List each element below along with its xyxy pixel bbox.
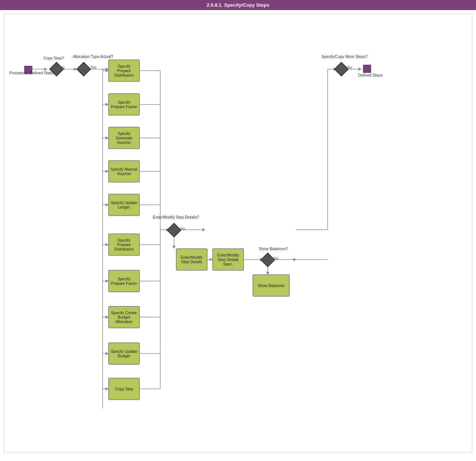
enter-modify-step-details-label: Enter/Modify Step Details <box>178 255 205 264</box>
copy-step-node: Copy Step <box>108 378 140 400</box>
specify-generate-voucher-box: Specify Generate Voucher <box>108 127 140 149</box>
specify-manual-voucher-box: Specify Manual Voucher <box>108 160 140 183</box>
specify-create-budget-allocation-box: Specify Create Budget Allocation <box>108 306 140 328</box>
specify-prepare-factor-1-box: Specify Prepare Factor <box>108 93 140 116</box>
specify-update-budget-box: Specify Update Budget <box>108 342 140 365</box>
specify-prepare-factor-2-label: Specify Prepare Factor <box>110 277 138 286</box>
copy-step-label: Copy Step <box>115 387 133 391</box>
defined-steps-icon <box>363 65 371 73</box>
specify-prepare-factor-1-label: Specify Prepare Factor <box>110 100 138 109</box>
specify-prepare-factor-1-node: Specify Prepare Factor <box>108 93 140 116</box>
no-label-1: No <box>60 65 65 70</box>
enter-modify-step-details-node: Enter/Modify Step Details <box>176 248 208 271</box>
specify-prepare-factor-2-node: Specify Prepare Factor <box>108 270 140 292</box>
copy-step-box: Copy Step <box>108 378 140 400</box>
specify-manual-voucher-label: Specify Manual Voucher <box>110 167 138 176</box>
procedure-defined-status-label: Procedure, Defined Status <box>9 71 55 75</box>
specify-prepare-distribution-1-node: Specify Prepare Distribution <box>108 59 140 82</box>
title-bar: 2.6.8.1. Specify/Copy Steps <box>0 0 476 10</box>
enter-modify-step-diamond-label: Enter/Modify Step Details? <box>153 215 199 220</box>
defined-steps-node <box>363 65 371 73</box>
specify-prepare-distribution-1-label: Specify Prepare Distribution <box>110 64 138 77</box>
enter-modify-step-details-box: Enter/Modify Step Details <box>176 248 208 271</box>
specify-prepare-distribution-2-label: Specify Prepare Distribution <box>110 238 138 251</box>
specify-generate-voucher-node: Specify Generate Voucher <box>108 127 140 149</box>
specify-prepare-factor-2-box: Specify Prepare Factor <box>108 270 140 292</box>
copy-step-diamond-label: Copy Step? <box>44 56 64 61</box>
specify-update-budget-label: Specify Update Budget <box>110 349 138 358</box>
enter-modify-step-details-spec-node: Enter/Modify Step Details Spec. <box>212 248 244 271</box>
no-label-4: No <box>347 65 352 70</box>
specify-prepare-distribution-1-box: Specify Prepare Distribution <box>108 59 140 82</box>
allocation-type-diamond-icon <box>76 62 91 77</box>
show-balances-box: Show Balances <box>253 274 290 297</box>
enter-modify-step-diamond-node <box>169 225 179 235</box>
specify-update-ledger-node: Specify Update Ledger <box>108 194 140 216</box>
show-balances-node: Show Balances <box>253 274 290 297</box>
specify-copy-more-diamond-icon <box>334 62 349 77</box>
specify-copy-more-diamond-label: Specify/Copy More Steps? <box>321 54 367 59</box>
no-label-3: No <box>274 257 279 261</box>
specify-update-ledger-box: Specify Update Ledger <box>108 194 140 216</box>
specify-create-budget-allocation-label: Specify Create Budget Allocation <box>110 310 138 324</box>
specify-copy-more-diamond-node <box>336 64 347 74</box>
enter-modify-step-details-spec-label: Enter/Modify Step Details Spec. <box>215 253 242 266</box>
specify-manual-voucher-node: Specify Manual Voucher <box>108 160 140 183</box>
page-title: 2.6.8.1. Specify/Copy Steps <box>207 2 269 8</box>
specify-prepare-distribution-2-box: Specify Prepare Distribution <box>108 233 140 256</box>
allocation-type-diamond-node <box>78 64 89 74</box>
defined-steps-label: Defined Steps <box>358 73 383 78</box>
specify-create-budget-allocation-node: Specify Create Budget Allocation <box>108 306 140 328</box>
specify-update-ledger-label: Specify Update Ledger <box>110 200 138 209</box>
enter-modify-step-diamond-icon <box>167 223 181 238</box>
show-balances-diamond-icon <box>260 252 275 267</box>
show-balances-diamond-node <box>263 255 273 265</box>
specify-update-budget-node: Specify Update Budget <box>108 342 140 365</box>
show-balances-diamond-label: Show Balances? <box>259 246 288 251</box>
enter-modify-step-details-spec-box: Enter/Modify Step Details Spec. <box>212 248 244 271</box>
allocation-type-diamond-label: Allocation Type Actual? <box>73 54 113 59</box>
specify-prepare-distribution-2-node: Specify Prepare Distribution <box>108 233 140 256</box>
yes-label-1: Yes <box>90 65 96 70</box>
specify-generate-voucher-label: Specify Generate Voucher <box>110 131 138 145</box>
no-label-2: No <box>180 227 185 231</box>
show-balances-label: Show Balances <box>258 283 284 288</box>
